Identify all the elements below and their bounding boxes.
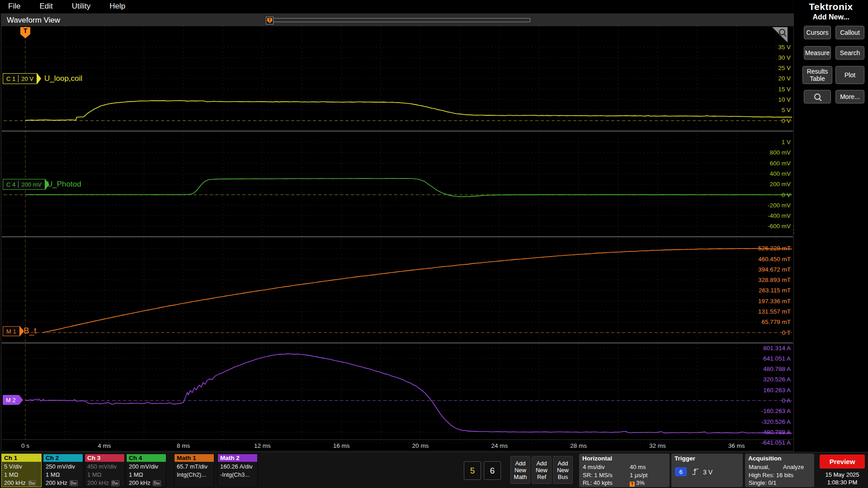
math2-marker[interactable]: M 2: [3, 395, 23, 405]
ch2-badge[interactable]: Ch 2 250 mV/div 1 MΩ 200 kHzBw: [43, 454, 83, 487]
menu-edit[interactable]: Edit: [39, 2, 52, 11]
acquisition-panel[interactable]: Acquisition Manual, Analyze High Res: 16…: [745, 454, 814, 487]
callout-button[interactable]: Callout: [835, 26, 864, 39]
trigger-position-percent: T3%: [630, 479, 645, 487]
trigger-panel[interactable]: Trigger 6 3 V: [671, 454, 743, 487]
math1-badge-values: 65.7 mT/div Intg(Ch2)...: [175, 462, 214, 479]
svg-text:200 mV: 200 mV: [769, 181, 791, 188]
svg-text:36 ms: 36 ms: [728, 442, 745, 449]
preview-button[interactable]: Preview: [820, 455, 865, 469]
svg-text:131.557 mT: 131.557 mT: [758, 308, 791, 315]
svg-text:197.336 mT: 197.336 mT: [758, 298, 791, 305]
time-label: 1:08:30 PM: [820, 479, 865, 486]
record-length: RL: 40 kpts: [583, 479, 613, 486]
measure-button[interactable]: Measure: [804, 46, 831, 60]
sample-rate: SR: 1 MS/s: [583, 472, 613, 479]
search-button[interactable]: Search: [835, 46, 864, 60]
marker-divider: [18, 75, 19, 82]
svg-text:328.893 mT: 328.893 mT: [758, 277, 791, 283]
ch1-badge-name: Ch 1: [2, 454, 41, 462]
magnifier-icon: [814, 94, 821, 100]
bandwidth-icon: Bw: [153, 480, 161, 486]
channel5-button[interactable]: 5: [464, 461, 481, 480]
results-table-button[interactable]: Results Table: [802, 66, 832, 84]
svg-text:0 T: 0 T: [782, 329, 791, 336]
ch2-badge-values: 250 mV/div 1 MΩ 200 kHzBw: [43, 462, 83, 487]
channel1-marker[interactable]: C 1 20 V: [3, 73, 41, 84]
channel4-marker[interactable]: C 4 200 mV: [3, 179, 49, 190]
marker-arrow-icon: [19, 395, 23, 405]
svg-text:800 mV: 800 mV: [769, 149, 791, 156]
menu-help[interactable]: Help: [109, 2, 125, 11]
zoom-corner-button[interactable]: [771, 27, 788, 43]
svg-text:10 V: 10 V: [778, 96, 791, 103]
ch1-trace-label: U_loop,coil: [44, 73, 82, 84]
waveform-view-titlebar: Waveform View T: [1, 14, 793, 26]
math1-marker-label: M 1: [6, 328, 16, 335]
svg-text:16 ms: 16 ms: [333, 442, 350, 449]
magnifier-icon: [779, 29, 785, 35]
acquisition-resolution: High Res: 16 bits: [749, 472, 793, 479]
menu-utility[interactable]: Utility: [72, 2, 91, 11]
svg-text:4 ms: 4 ms: [98, 442, 111, 449]
acquisition-panel-title: Acquisition: [748, 455, 782, 462]
svg-text:35 V: 35 V: [778, 44, 791, 51]
math1-badge[interactable]: Math 1 65.7 mT/div Intg(Ch2)...: [174, 454, 214, 487]
trigger-marker-letter: T: [267, 18, 272, 23]
more-button[interactable]: More...: [835, 90, 864, 103]
add-new-ref-button[interactable]: Add New Ref: [532, 456, 552, 484]
trigger-position-marker[interactable]: T: [266, 17, 274, 24]
horizontal-panel[interactable]: Horizontal 4 ms/div 40 ms SR: 1 MS/s 1 µ…: [579, 454, 670, 487]
right-sidebar: Tektronix Add New... Cursors Callout Mea…: [794, 0, 868, 452]
svg-text:8 ms: 8 ms: [177, 442, 190, 449]
svg-text:-400 mV: -400 mV: [768, 212, 791, 219]
cursors-button[interactable]: Cursors: [804, 26, 831, 39]
date-label: 15 May 2025: [820, 471, 865, 478]
channel4-marker-label: C 4: [6, 181, 15, 188]
svg-text:30 V: 30 V: [778, 54, 791, 61]
math2-badge[interactable]: Math 2 160.26 A/div -Intg(Ch3...: [217, 454, 258, 487]
waveform-view-title: Waveform View: [7, 16, 60, 25]
svg-text:-480.788 A: -480.788 A: [761, 429, 791, 436]
svg-text:460.450 mT: 460.450 mT: [758, 256, 791, 263]
svg-text:-600 mV: -600 mV: [768, 223, 791, 230]
add-new-label: Add New...: [794, 13, 868, 21]
trigger-source-badge: 6: [675, 467, 687, 476]
svg-text:25 V: 25 V: [778, 65, 791, 71]
svg-text:15 V: 15 V: [778, 86, 791, 93]
ch1-badge[interactable]: Ch 1 5 V/div 1 MΩ 200 kHzBw: [1, 454, 42, 487]
ch4-badge[interactable]: Ch 4 200 mV/div 1 MΩ 200 kHzBw: [126, 454, 166, 487]
plot-button[interactable]: Plot: [835, 66, 864, 84]
svg-text:600 mV: 600 mV: [769, 160, 791, 167]
svg-text:24 ms: 24 ms: [491, 442, 508, 449]
ch3-badge[interactable]: Ch 3 450 mV/div 1 MΩ 200 kHzBw: [85, 454, 125, 487]
svg-text:400 mV: 400 mV: [769, 170, 791, 177]
ch4-trace-label: U_Photod: [47, 179, 81, 190]
channel4-marker-scale: 200 mV: [21, 181, 42, 188]
channel6-button[interactable]: 6: [484, 461, 501, 480]
svg-text:0 V: 0 V: [782, 117, 791, 124]
waveform-view-panel: Waveform View T 35 V30 V25 V20 V15 V10 V…: [1, 14, 794, 451]
marker-divider: [18, 181, 19, 188]
svg-text:320.526 A: 320.526 A: [763, 376, 791, 383]
menu-file[interactable]: File: [8, 2, 20, 11]
math2-badge-name: Math 2: [218, 454, 257, 462]
bandwidth-icon: Bw: [111, 480, 119, 486]
horizontal-scale: 4 ms/div: [583, 464, 604, 470]
trigger-position-icon: T: [630, 482, 635, 487]
svg-text:480.788 A: 480.788 A: [763, 366, 791, 372]
math1-marker[interactable]: M 1: [3, 326, 24, 336]
svg-text:-320.526 A: -320.526 A: [761, 418, 791, 425]
waveform-plot[interactable]: 35 V30 V25 V20 V15 V10 V5 V0 V1 V800 mV6…: [2, 26, 793, 451]
ch3-badge-values: 450 mV/div 1 MΩ 200 kHzBw: [85, 462, 124, 487]
channel1-marker-label: C 1: [6, 75, 15, 82]
position-bar-track: [274, 18, 530, 22]
svg-text:-200 mV: -200 mV: [768, 202, 791, 209]
add-new-math-button[interactable]: Add New Math: [510, 456, 530, 484]
add-new-bus-button[interactable]: Add New Bus: [553, 456, 573, 484]
zoom-button[interactable]: [804, 90, 831, 103]
svg-text:641.051 A: 641.051 A: [763, 355, 791, 362]
horizontal-position-bar[interactable]: T: [266, 16, 530, 24]
svg-text:801.314 A: 801.314 A: [763, 345, 791, 352]
tektronix-logo: Tektronix: [794, 1, 868, 12]
